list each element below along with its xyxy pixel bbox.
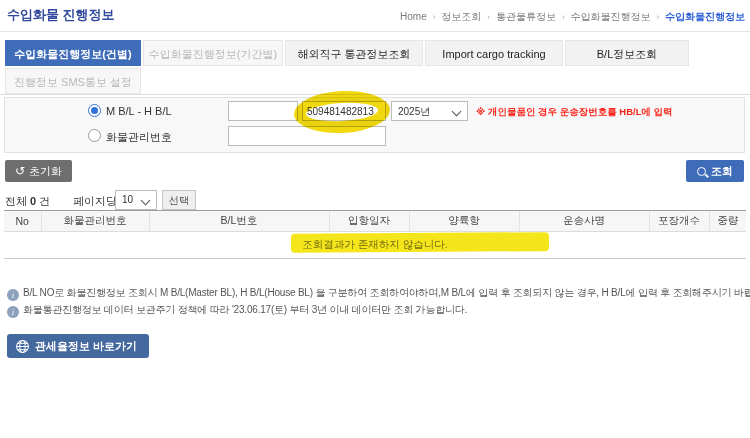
note-data-retention: i화물통관진행정보 데이터 보관주기 정책에 따라 '23.06.17(토) 부… <box>7 303 467 318</box>
import-cargo-page: 수입화물 진행정보 Home › 정보조회 › 통관물류정보 › 수입화물진행정… <box>0 0 750 438</box>
info-icon: i <box>7 306 19 318</box>
breadcrumb-customs-logistics[interactable]: 통관물류정보 <box>496 11 556 22</box>
page-size-select[interactable]: 10 <box>115 190 157 210</box>
total-suffix: 건 <box>39 195 50 207</box>
col-package-count: 포장개수 <box>649 211 709 232</box>
tab-import-progress-by-period[interactable]: 수입화물진행정보(기간별) <box>143 40 283 66</box>
page-title: 수입화물 진행정보 <box>7 6 115 24</box>
year-select-value: 2025년 <box>398 105 430 119</box>
tab-overseas-direct-customs[interactable]: 해외직구 통관정보조회 <box>285 40 423 66</box>
search-button-label: 조회 <box>711 165 733 177</box>
result-table: No 화물관리번호 B/L번호 입항일자 양륙항 운송사명 포장개수 중량 조회… <box>4 210 746 259</box>
breadcrumb-home[interactable]: Home <box>400 11 427 22</box>
breadcrumb-import-progress[interactable]: 수입화물진행정보 <box>570 11 650 22</box>
select-button[interactable]: 선택 <box>162 190 196 210</box>
col-discharge-port: 양륙항 <box>409 211 519 232</box>
empty-result-row: 조회결과가 존재하지 않습니다. <box>4 232 746 259</box>
note-data-retention-text: 화물통관진행정보 데이터 보관주기 정책에 따라 '23.06.17(토) 부터… <box>23 304 467 315</box>
page-size-value: 10 <box>122 194 133 205</box>
cargo-mgmt-no-input[interactable] <box>228 126 386 146</box>
radio-mbl-hbl[interactable] <box>88 104 101 117</box>
reset-button[interactable]: ↺초기화 <box>5 160 72 182</box>
tab-bar: 수입화물진행정보(건별) 수입화물진행정보(기간별) 해외직구 통관정보조회 I… <box>5 40 689 66</box>
breadcrumb-current: 수입화물진행정보 <box>665 11 745 22</box>
total-count: 0 <box>30 195 36 207</box>
tariff-info-shortcut-button[interactable]: 관세율정보 바로가기 <box>7 334 149 358</box>
info-icon: i <box>7 289 19 301</box>
radio-mbl-hbl-label[interactable]: M B/L - H B/L <box>106 105 172 117</box>
tab-import-progress-by-case[interactable]: 수입화물진행정보(건별) <box>5 40 141 66</box>
globe-icon <box>15 339 30 354</box>
search-icon <box>697 167 706 176</box>
note-bl-guidance: iB/L NO로 화물진행정보 조회시 M B/L(Master BL), H … <box>7 286 750 301</box>
breadcrumb-info-lookup[interactable]: 정보조회 <box>441 11 481 22</box>
reset-button-label: 초기화 <box>29 165 62 177</box>
chevron-down-icon <box>141 196 151 206</box>
mbl-input[interactable] <box>228 101 298 121</box>
note-bl-guidance-text: B/L NO로 화물진행정보 조회시 M B/L(Master BL), H B… <box>23 287 750 298</box>
table-header-row: No 화물관리번호 B/L번호 입항일자 양륙항 운송사명 포장개수 중량 <box>4 211 746 232</box>
breadcrumb: Home › 정보조회 › 통관물류정보 › 수입화물진행정보 › 수입화물진행… <box>400 10 745 24</box>
col-cargo-mgmt-no: 화물관리번호 <box>41 211 149 232</box>
breadcrumb-separator: › <box>433 12 436 22</box>
tariff-button-label: 관세율정보 바로가기 <box>35 340 137 352</box>
breadcrumb-separator: › <box>487 12 490 22</box>
title-divider <box>0 31 750 32</box>
per-page-label: 페이지당 <box>73 194 117 209</box>
personal-goods-note: ※ 개인물품인 경우 운송장번호를 HB/L에 입력 <box>476 106 673 119</box>
tab-bar-row2: 진행정보 SMS통보 설정 <box>5 68 141 94</box>
col-carrier-name: 운송사명 <box>519 211 649 232</box>
col-bl-no: B/L번호 <box>149 211 329 232</box>
col-arrival-date: 입항일자 <box>329 211 409 232</box>
breadcrumb-separator: › <box>562 12 565 22</box>
col-weight: 중량 <box>709 211 746 232</box>
col-no: No <box>4 211 41 232</box>
tab-bottom-divider <box>0 94 750 95</box>
search-button[interactable]: 조회 <box>686 160 744 182</box>
tab-import-cargo-tracking[interactable]: Import cargo tracking <box>425 40 563 66</box>
year-select[interactable]: 2025년 <box>391 101 468 121</box>
total-count-text: 전체 0 건 <box>5 194 50 209</box>
chevron-down-icon <box>452 107 462 117</box>
empty-result-message: 조회결과가 존재하지 않습니다. <box>4 232 746 259</box>
radio-cargo-mgmt-no-label[interactable]: 화물관리번호 <box>106 130 172 145</box>
hbl-input[interactable] <box>302 101 386 121</box>
breadcrumb-separator: › <box>656 12 659 22</box>
tab-bl-info-lookup[interactable]: B/L정보조회 <box>565 40 689 66</box>
tab-sms-notification-settings[interactable]: 진행정보 SMS통보 설정 <box>5 68 141 94</box>
total-prefix: 전체 <box>5 195 27 207</box>
reset-icon: ↺ <box>15 164 25 178</box>
radio-cargo-mgmt-no[interactable] <box>88 129 101 142</box>
